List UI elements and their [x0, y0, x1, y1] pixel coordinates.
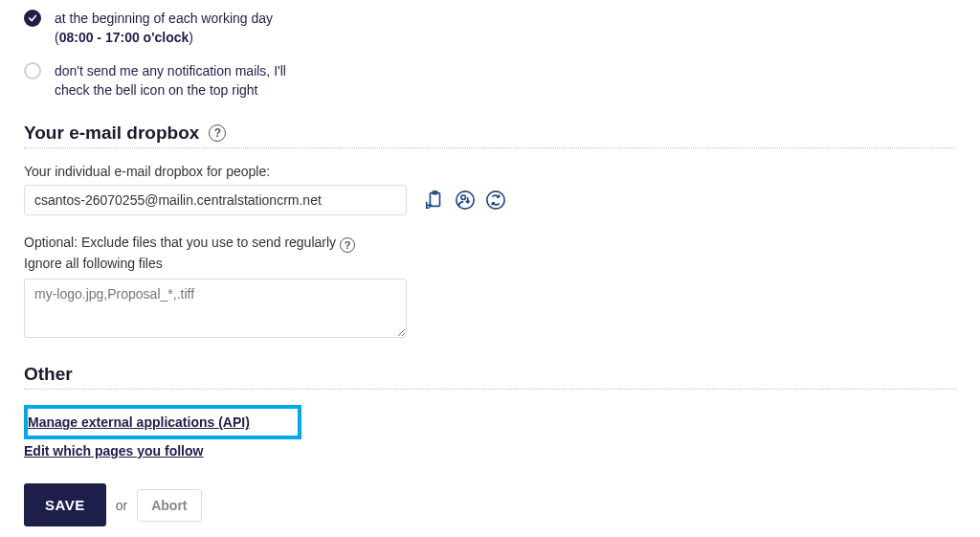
- edit-follow-link[interactable]: Edit which pages you follow: [24, 443, 956, 459]
- ignore-files-label: Ignore all following files: [24, 256, 956, 271]
- dropbox-help-icon[interactable]: ?: [209, 124, 226, 142]
- download-vcard-button[interactable]: [455, 190, 476, 211]
- clipboard-icon: [424, 190, 445, 211]
- exclude-help-icon[interactable]: ?: [340, 237, 355, 253]
- notification-none-radio[interactable]: [24, 62, 41, 79]
- clipboard-copy-button[interactable]: [424, 190, 445, 211]
- notification-daily-label: at the beginning of each working day (08…: [55, 10, 303, 47]
- refresh-icon: [485, 190, 506, 211]
- divider: [24, 389, 956, 390]
- notification-daily-post: ): [189, 30, 193, 45]
- exclude-files-label: Optional: Exclude files that you use to …: [24, 235, 336, 250]
- dropbox-field-label: Your individual e-mail dropbox for peopl…: [24, 164, 956, 179]
- regenerate-button[interactable]: [485, 190, 506, 211]
- svg-point-2: [457, 191, 474, 209]
- manage-api-link[interactable]: Manage external applications (API): [28, 414, 250, 430]
- other-section-title: Other: [24, 364, 73, 385]
- svg-point-4: [487, 191, 504, 209]
- dropbox-email-input[interactable]: [24, 185, 407, 215]
- divider: [24, 147, 956, 148]
- or-text: or: [116, 498, 127, 513]
- notification-daily-radio[interactable]: [24, 10, 41, 27]
- svg-point-3: [461, 195, 466, 200]
- abort-button[interactable]: Abort: [137, 489, 201, 522]
- svg-rect-0: [430, 193, 439, 207]
- checkmark-icon: [28, 13, 37, 23]
- notification-daily-hours: 08:00 - 17:00 o'clock: [59, 30, 189, 45]
- save-button[interactable]: SAVE: [24, 483, 106, 526]
- person-download-icon: [455, 190, 476, 211]
- dropbox-section-title: Your e-mail dropbox: [24, 123, 199, 144]
- notification-none-label: don't send me any notification mails, I'…: [55, 62, 303, 100]
- ignore-files-textarea[interactable]: [24, 279, 407, 338]
- api-link-highlight: Manage external applications (API): [24, 405, 301, 439]
